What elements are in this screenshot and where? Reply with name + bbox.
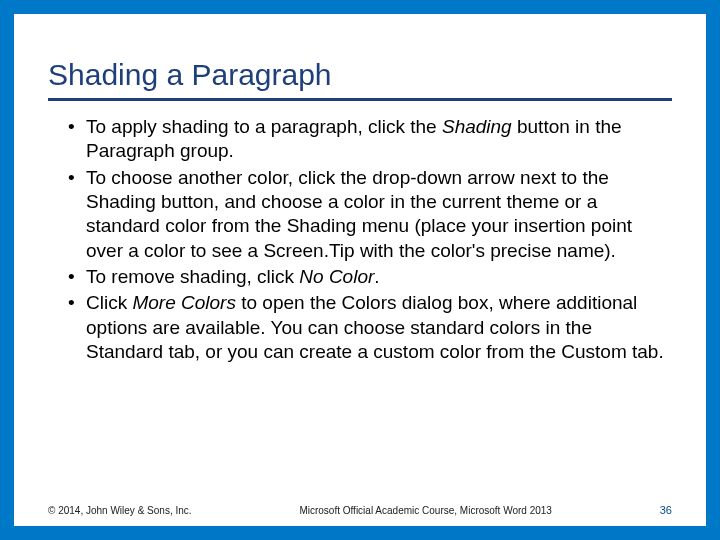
slide-frame: Shading a Paragraph To apply shading to … (0, 0, 720, 540)
bullet-emphasis: More Colors (132, 292, 235, 313)
title-underline (48, 98, 672, 101)
slide-title: Shading a Paragraph (48, 44, 672, 92)
footer-course: Microsoft Official Academic Course, Micr… (192, 505, 660, 516)
list-item: To remove shading, click No Color. (70, 265, 672, 289)
bullet-text: Click (86, 292, 132, 313)
list-item: Click More Colors to open the Colors dia… (70, 291, 672, 364)
bullet-text: . (374, 266, 379, 287)
footer-copyright: © 2014, John Wiley & Sons, Inc. (48, 505, 192, 516)
footer-page-number: 36 (660, 504, 672, 516)
bullet-text: To choose another color, click the drop-… (86, 167, 632, 261)
bullet-emphasis: Shading (442, 116, 512, 137)
bullet-text: To remove shading, click (86, 266, 299, 287)
bullet-text: To apply shading to a paragraph, click t… (86, 116, 442, 137)
slide-content: Shading a Paragraph To apply shading to … (14, 14, 706, 526)
bullet-list: To apply shading to a paragraph, click t… (48, 115, 672, 364)
slide-footer: © 2014, John Wiley & Sons, Inc. Microsof… (48, 504, 672, 516)
list-item: To apply shading to a paragraph, click t… (70, 115, 672, 164)
bullet-emphasis: No Color (299, 266, 374, 287)
list-item: To choose another color, click the drop-… (70, 166, 672, 263)
